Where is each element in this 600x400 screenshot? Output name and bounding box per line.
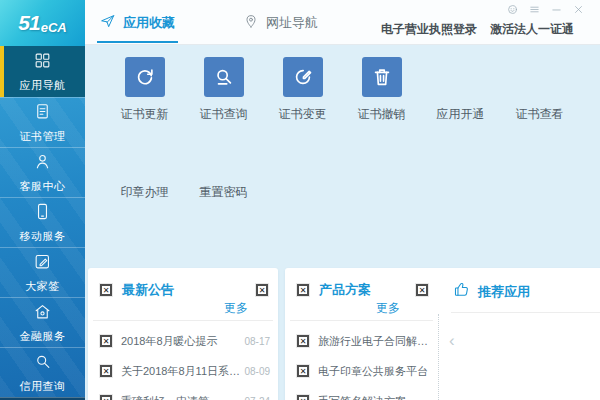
- broken-image-icon: [256, 284, 268, 296]
- broken-image-icon: [100, 284, 112, 296]
- app-label: 应用开通: [437, 106, 485, 123]
- sidebar-item-label: 客服中心: [20, 179, 66, 194]
- app-label: 证书撤销: [358, 106, 406, 123]
- announcements-panel: 最新公告 更多 2018年8月暖心提示 08-17 关于2018年8月11日系统…: [88, 268, 278, 400]
- sidebar-item-credit-inquiry[interactable]: 信用查询: [0, 347, 85, 397]
- app-logo: 51 eCA: [0, 0, 85, 46]
- sidebar-item-cert-management[interactable]: 证书管理: [0, 97, 85, 147]
- products-list: 旅游行业电子合同解决方案 电子印章公共服务平台 手写签名解决方案: [285, 321, 438, 400]
- content-area: 证书更新 证书查询 证书变更: [85, 45, 600, 400]
- sidebar-item-label: 移动服务: [20, 229, 66, 244]
- credit-search-icon: [33, 352, 52, 375]
- app-cert-update[interactable]: 证书更新: [105, 57, 184, 123]
- recommended-title: 推荐应用: [478, 283, 530, 301]
- sidebar-item-app-navigation[interactable]: 应用导航: [0, 46, 85, 97]
- app-label: 证书查看: [516, 106, 564, 123]
- broken-image-icon: [100, 395, 112, 400]
- search-cert-icon: [204, 57, 244, 97]
- tab-label: 网址导航: [266, 14, 318, 32]
- thumbs-up-icon: [453, 281, 470, 302]
- product-text: 电子印章公共服务平台: [318, 364, 430, 379]
- app-label: 印章办理: [121, 184, 169, 201]
- broken-image-icon: [297, 284, 309, 296]
- feedback-icon[interactable]: [507, 4, 518, 15]
- announcements-more-link[interactable]: 更多: [88, 300, 278, 317]
- paper-plane-icon: [100, 13, 123, 33]
- announcement-item[interactable]: 重磅利好，申请第一张法人一... 07-24: [100, 386, 270, 400]
- menu-icon[interactable]: [529, 4, 540, 15]
- recommended-header: 推荐应用: [439, 268, 600, 302]
- activate-legal-person-link[interactable]: 激活法人一证通: [490, 21, 574, 38]
- logo-text-secondary: eCA: [41, 20, 67, 35]
- announcement-text: 重磅利好，申请第一张法人一...: [121, 394, 240, 400]
- announcement-date: 08-17: [244, 336, 270, 347]
- app-seal-handling[interactable]: 印章办理: [105, 175, 184, 201]
- certificate-icon: [33, 102, 52, 125]
- sidebar-item-label: 应用导航: [20, 78, 66, 93]
- missing-tile: [441, 57, 481, 97]
- topbar-links: 电子营业执照登录 激活法人一证通: [381, 21, 574, 38]
- mobile-icon: [33, 202, 52, 225]
- divider: [451, 312, 600, 313]
- sidebar-item-customer-service[interactable]: 客服中心: [0, 147, 85, 197]
- logo-text-primary: 51: [18, 11, 39, 35]
- product-text: 手写签名解决方案: [318, 394, 430, 400]
- product-item[interactable]: 手写签名解决方案: [297, 386, 430, 400]
- broken-image-icon: [100, 365, 112, 377]
- main-area: 应用收藏 网址导航: [85, 0, 600, 400]
- user-icon: [33, 152, 52, 175]
- announcement-text: 关于2018年8月11日系统升级...: [121, 364, 240, 379]
- app-reset-password[interactable]: 重置密码: [184, 175, 263, 201]
- missing-tile: [520, 57, 560, 97]
- announcement-text: 2018年8月暖心提示: [121, 334, 240, 349]
- minimize-icon[interactable]: [551, 4, 562, 15]
- products-more-link[interactable]: 更多: [285, 300, 438, 317]
- announcements-list: 2018年8月暖心提示 08-17 关于2018年8月11日系统升级... 08…: [88, 321, 278, 400]
- announcements-title: 最新公告: [122, 281, 256, 299]
- finance-icon: [33, 302, 52, 325]
- tab-url-navigation[interactable]: 网址导航: [240, 0, 321, 45]
- sidebar-item-label: 金融服务: [20, 329, 66, 344]
- app-window: 51 eCA 应用导航 证书管理 客服中心 移动服务: [0, 0, 600, 400]
- grid-icon: [33, 51, 52, 74]
- sidebar-item-finance-service[interactable]: 金融服务: [0, 297, 85, 347]
- sidebar-item-mobile-service[interactable]: 移动服务: [0, 197, 85, 247]
- broken-image-icon: [297, 365, 309, 377]
- product-item[interactable]: 电子印章公共服务平台: [297, 356, 430, 386]
- product-text: 旅游行业电子合同解决方案: [318, 334, 430, 349]
- product-item[interactable]: 旅游行业电子合同解决方案: [297, 326, 430, 356]
- announcements-header: 最新公告: [88, 268, 278, 299]
- tab-label: 应用收藏: [123, 14, 175, 32]
- app-label: 重置密码: [200, 184, 248, 201]
- sidebar-item-label: 信用查询: [20, 379, 66, 394]
- app-cert-revoke[interactable]: 证书撤销: [342, 57, 421, 123]
- business-license-login-link[interactable]: 电子营业执照登录: [381, 21, 477, 38]
- app-label: 证书变更: [279, 106, 327, 123]
- carousel-prev-arrow[interactable]: ‹: [449, 332, 455, 349]
- location-pin-icon: [243, 13, 266, 33]
- products-recommended-panel: 产品方案 更多 旅游行业电子合同解决方案 电子印章公共服务平台: [285, 268, 600, 400]
- broken-image-icon: [100, 335, 112, 347]
- products-section: 产品方案 更多 旅游行业电子合同解决方案 电子印章公共服务平台: [285, 268, 438, 400]
- close-icon[interactable]: [573, 4, 584, 15]
- announcement-item[interactable]: 关于2018年8月11日系统升级... 08-09: [100, 356, 270, 386]
- app-shortcut-row-1: 证书更新 证书查询 证书变更: [105, 45, 600, 123]
- app-cert-query[interactable]: 证书查询: [184, 57, 263, 123]
- app-cert-view[interactable]: 证书查看: [500, 57, 579, 123]
- app-service-activation[interactable]: 应用开通: [421, 57, 500, 123]
- app-shortcut-row-2: 印章办理 重置密码: [105, 175, 600, 201]
- sidebar-item-label: 证书管理: [20, 129, 66, 144]
- announcement-item[interactable]: 2018年8月暖心提示 08-17: [100, 326, 270, 356]
- announcement-date: 08-09: [244, 366, 270, 377]
- announcement-date: 07-24: [244, 396, 270, 400]
- tab-app-favorites[interactable]: 应用收藏: [97, 0, 178, 45]
- sidebar-item-everyone-sign[interactable]: 大家签: [0, 247, 85, 297]
- products-header: 产品方案: [285, 268, 438, 299]
- sidebar-item-label: 大家签: [25, 279, 60, 294]
- signature-icon: [33, 252, 52, 275]
- broken-image-icon: [297, 395, 309, 400]
- app-label: 证书查询: [200, 106, 248, 123]
- recommended-section: 推荐应用 ‹ ›: [439, 268, 600, 400]
- refresh-icon: [125, 57, 165, 97]
- app-cert-change[interactable]: 证书变更: [263, 57, 342, 123]
